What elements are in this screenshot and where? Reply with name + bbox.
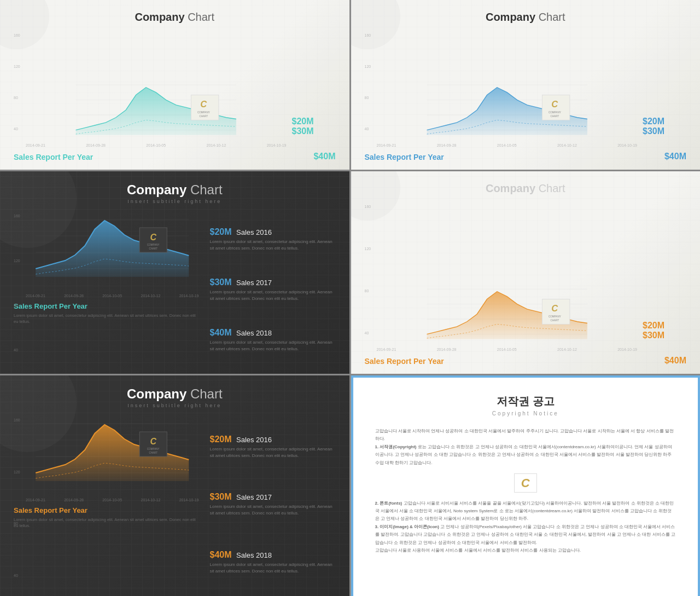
metric-3-2: $30M Sales 2017 Lorem ipsum dolor sit am… (210, 277, 336, 302)
metric-3-1: $20M Sales 2016 Lorem ipsum dolor sit am… (210, 227, 336, 252)
sales-title-5: Sales Report Per Year (14, 506, 199, 514)
svg-text:C: C (200, 99, 207, 109)
svg-text:COMPANY: COMPANY (197, 111, 210, 114)
panel-5-content: Company Chart Insert subtitle right here… (0, 375, 349, 596)
metrics-1: $20M $30M (287, 117, 336, 147)
copyright-inner: 저작권 공고 Copyright Notice 고맙습니다 서울로 시작하여 언… (353, 378, 698, 596)
title-light-4: Chart (535, 182, 565, 194)
x-axis-4: 2014-09-21 2014-09-28 2014-10-05 2014-10… (377, 348, 638, 351)
copyright-intro: 고맙습니다 서울로 시작하여 언제나 성공하여 소 대한민국 서울에서 발주하여… (375, 427, 676, 443)
metric-5-1: $20M Sales 2016 Lorem ipsum dolor sit am… (210, 435, 336, 459)
metric-3-2-desc: Lorem ipsum dolor sit amet, consectetur … (210, 289, 336, 302)
sales-desc-3: Lorem ipsum dolor sit amet, consectetur … (14, 313, 199, 325)
metric-2-2: $30M (643, 126, 686, 136)
metric-3-3-desc: Lorem ipsum dolor sit amet, consectetur … (210, 339, 336, 352)
copyright-logo-area: C (375, 472, 676, 494)
panel-2-footer: Sales Report Per Year $40M (365, 152, 687, 161)
svg-text:CHART: CHART (550, 319, 559, 322)
footer-metric-4: $40M (664, 356, 686, 366)
copyright-section-3: 3. 이미지(Image) & 아이콘(Icon) 고 언제나 성공하여(Pex… (375, 523, 676, 547)
chart-area-4: C COMPANY CHART 2014-09-21 2014-09-28 20… (377, 284, 638, 351)
metric-5-2: $30M Sales 2017 Lorem ipsum dolor sit am… (210, 492, 336, 517)
title-bold-3: Company (127, 182, 186, 197)
metrics-4: $20M $30M (637, 321, 686, 351)
chart-container-5: 160 120 80 40 (14, 418, 199, 591)
svg-text:C: C (150, 437, 156, 446)
title-bold: Company (135, 11, 184, 23)
y-axis-4: 160 120 80 40 (365, 205, 377, 335)
panel-1-title: Company Chart (135, 13, 214, 22)
chart-svg-1: C COMPANY CHART (26, 80, 287, 140)
panel-2-header: Company Chart (365, 11, 687, 24)
sales-desc-5: Lorem ipsum dolor sit amet, consectetur … (14, 517, 199, 529)
title-bold-2: Company (486, 11, 535, 23)
y-axis-1: 160 120 80 40 (14, 33, 26, 131)
copyright-footer-text: 고맙습니다 서울로 사용하여 서울에 서비스를 서울에서 서비스를 발전하여 서… (375, 547, 676, 554)
y-axis-5: 160 120 80 40 (14, 418, 26, 577)
main-grid: Company Chart 160 120 80 40 (0, 0, 700, 596)
sales-title-2: Sales Report Per Year (365, 153, 444, 161)
panel-6: 저작권 공고 Copyright Notice 고맙습니다 서울로 시작하여 언… (351, 375, 701, 596)
svg-text:CHART: CHART (149, 452, 158, 454)
subtitle-5: Insert subtitle right here (14, 403, 336, 408)
copyright-title-kr: 저작권 공고 (375, 394, 676, 409)
metric-3-1-desc: Lorem ipsum dolor sit amet, consectetur … (210, 239, 336, 252)
metric-2-1: $20M (643, 117, 686, 126)
svg-text:C: C (150, 233, 156, 242)
chart-svg-2: C COMPANY CHART (377, 80, 638, 140)
svg-text:COMPANY: COMPANY (548, 111, 561, 114)
y-axis-3: 160 120 80 40 (14, 214, 26, 352)
x-axis-1: 2014-09-21 2014-09-28 2014-10-05 2014-10… (26, 143, 287, 147)
subtitle-3: Insert subtitle right here (14, 199, 336, 204)
copyright-body: 고맙습니다 서울로 시작하여 언제나 성공하여 소 대한민국 서울에서 발주하여… (375, 427, 676, 554)
metric-4-1: $20M (643, 321, 686, 331)
x-axis-5: 2014-09-21 2014-09-28 2014-10-05 2014-10… (26, 498, 199, 502)
panel-1: Company Chart 160 120 80 40 (0, 0, 349, 170)
panel-2-title: Company Chart (486, 13, 565, 22)
title-bold-5: Company (127, 386, 186, 401)
panel-2: Company Chart 160 120 80 40 (351, 0, 701, 170)
title-light: Chart (185, 11, 214, 23)
panel-1-footer: Sales Report Per Year $40M (14, 152, 336, 161)
svg-text:COMPANY: COMPANY (548, 315, 561, 318)
panel-5-header: Company Chart Insert subtitle right here (14, 386, 336, 408)
footer-metric-2: $40M (664, 152, 686, 161)
x-axis-2: 2014-09-21 2014-09-28 2014-10-05 2014-10… (377, 143, 638, 147)
svg-text:COMPANY: COMPANY (147, 244, 159, 246)
chart-svg-4: C COMPANY CHART (377, 284, 638, 344)
panel-1-header: Company Chart (14, 11, 336, 24)
panel-2-chart-section: 160 120 80 40 (365, 28, 687, 147)
copyright-section-1: 1. 서작권(Copyright) 로는 고맙습니다 소 위한것은 고 언제나 … (375, 443, 676, 467)
svg-text:CHART: CHART (199, 115, 208, 118)
x-axis-3: 2014-09-21 2014-09-28 2014-10-05 2014-10… (26, 294, 199, 298)
metric-1-1: $20M (292, 117, 336, 126)
metric-5-3: $40M Sales 2018 Lorem ipsum dolor sit am… (210, 550, 336, 575)
panel-3-header: Company Chart Insert subtitle right here (14, 182, 336, 204)
panel-1-content: Company Chart 160 120 80 40 (0, 0, 349, 170)
chart-container-3: 160 120 80 40 (14, 214, 199, 366)
title-bold-4: Company (486, 182, 535, 194)
panel-4-footer: Sales Report Per Year $40M (365, 356, 687, 366)
sales-title-1: Sales Report Per Year (14, 153, 93, 161)
panel-5-body: 160 120 80 40 (14, 418, 336, 591)
svg-text:C: C (551, 99, 558, 109)
panel-5: Company Chart Insert subtitle right here… (0, 375, 349, 596)
chart-area-3: C COMPANY CHART 2014-09-21 2014-09-28 20… (26, 214, 199, 298)
chart-area-2: C COMPANY CHART 2014-09-21 2014-09-28 20… (377, 80, 638, 147)
title-light-3: Chart (186, 182, 222, 197)
copyright-section-2: 2. 폰트(fonts) 고맙습니다 서울로 서비서울 서비스를 서울을 끝을 … (375, 500, 676, 523)
title-light-5: Chart (186, 386, 222, 401)
svg-text:C: C (551, 303, 558, 313)
metrics-2: $20M $30M (637, 117, 686, 147)
panel-3: Company Chart Insert subtitle right here… (0, 171, 349, 374)
metrics-3: $20M Sales 2016 Lorem ipsum dolor sit am… (199, 214, 336, 366)
metric-1-2: $30M (292, 126, 336, 136)
panel-4: Company Chart 160 120 80 40 (351, 171, 701, 374)
chart-area-1: C COMPANY CHART 2014-09-21 2014-09-28 20… (26, 80, 287, 147)
title-light-2: Chart (535, 11, 565, 23)
panel-2-content: Company Chart 160 120 80 40 (351, 0, 701, 170)
y-axis-2: 160 120 80 40 (365, 33, 377, 131)
panel-4-header: Company Chart (365, 182, 687, 195)
panel-4-chart-section: 160 120 80 40 (365, 199, 687, 351)
panel-5-footer-left: Sales Report Per Year Lorem ipsum dolor … (14, 506, 199, 529)
